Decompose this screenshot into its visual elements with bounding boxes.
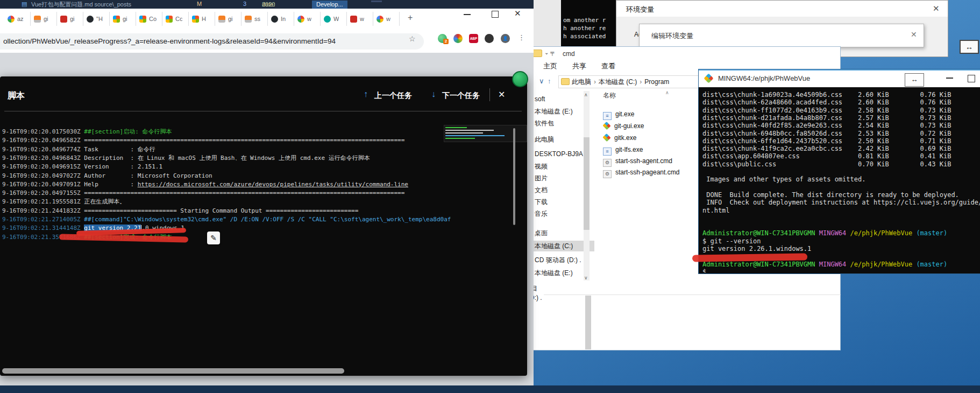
log-line: 9-16T09:02:20.0175030Z ##[section]启动: 命令… bbox=[2, 128, 172, 135]
up-arrow-icon[interactable]: ↑ bbox=[548, 77, 551, 85]
tab-favicon-icon bbox=[218, 16, 225, 23]
file-item[interactable]: ≡git.exe bbox=[603, 110, 634, 120]
minimize-button[interactable] bbox=[464, 14, 471, 15]
tab-label: w bbox=[386, 16, 390, 22]
terminal-line bbox=[702, 222, 706, 229]
tab-label: gi bbox=[44, 16, 48, 22]
browser-tab[interactable]: w bbox=[373, 12, 400, 26]
chevron-down-icon[interactable]: ∨ bbox=[539, 77, 544, 85]
menu-icon[interactable]: ⋮ bbox=[518, 33, 525, 41]
console-line: om another r bbox=[561, 16, 616, 24]
terminal-titlebar[interactable]: MINGW64:/e/phjk/PhWebVue ↔ bbox=[699, 71, 980, 87]
profile-avatar[interactable]: 👤 bbox=[501, 34, 510, 43]
scroll-down-icon[interactable]: ∨ bbox=[584, 275, 588, 280]
browser-tab[interactable]: In bbox=[268, 12, 294, 26]
browser-tab[interactable]: az bbox=[4, 12, 31, 26]
browser-tab[interactable]: H bbox=[189, 12, 215, 26]
file-name: git-gui.exe bbox=[614, 122, 644, 130]
browser-tab[interactable]: w bbox=[294, 12, 321, 26]
extension-icon[interactable] bbox=[453, 34, 463, 43]
file-item[interactable]: ⚙start-ssh-agent.cmd bbox=[603, 157, 672, 167]
file-item[interactable]: gitk.exe bbox=[603, 134, 636, 142]
terminal-output: dist\css\chunk-1a69023a.4e4509b6.css 2.6… bbox=[699, 87, 980, 272]
divider bbox=[4, 111, 522, 111]
explorer-titlebar[interactable]: ⌄ ╤ cmd bbox=[528, 47, 840, 61]
breadcrumb[interactable]: 此电脑›本地磁盘 (C:)›Program bbox=[572, 78, 669, 87]
git-icon bbox=[704, 73, 713, 83]
extension-icon[interactable] bbox=[485, 34, 494, 43]
adblock-icon[interactable]: ABP bbox=[469, 34, 478, 43]
sidebar-item[interactable]: 下载 bbox=[535, 198, 548, 207]
breadcrumb-item[interactable]: 此电脑 bbox=[572, 78, 591, 86]
sidebar-item[interactable]: CD 驱动器 (D:) . bbox=[535, 256, 581, 265]
horizontal-scrollbar[interactable] bbox=[2, 368, 344, 374]
taskbar[interactable] bbox=[0, 385, 980, 393]
maximize-button[interactable] bbox=[492, 11, 499, 18]
dialog-title: 编辑环境变量 bbox=[651, 31, 693, 41]
new-tab-button[interactable]: + bbox=[408, 13, 413, 23]
browser-tab[interactable]: Co bbox=[136, 12, 162, 26]
quick-access-toolbar[interactable]: ⌄ ╤ bbox=[544, 50, 554, 55]
scrollbar-thumb[interactable] bbox=[585, 296, 591, 349]
browser-tab[interactable]: Cc bbox=[162, 12, 189, 26]
sidebar-item[interactable]: 文档 bbox=[535, 186, 548, 195]
sidebar-item[interactable]: 视频 bbox=[535, 162, 548, 171]
tab-strip: azgigi"HgiCoCcHgissInwWww bbox=[0, 8, 534, 30]
address-bar[interactable]: ollection/PhWebVue/_releaseProgress?_a=r… bbox=[0, 33, 424, 50]
log-line: 9-16T09:02:21.1955581Z 正在生成脚本。 bbox=[2, 198, 125, 205]
sort-icon[interactable]: ∧ bbox=[665, 90, 669, 95]
terminal-line: $ git --version bbox=[702, 237, 761, 245]
sidebar-item[interactable]: 音乐 bbox=[535, 209, 548, 219]
sidebar-item[interactable]: 软件包 bbox=[535, 119, 554, 128]
sidebar-item[interactable]: 本地磁盘 (E:) bbox=[535, 269, 573, 278]
browser-tab[interactable]: gi bbox=[110, 12, 136, 26]
scroll-up-icon[interactable]: ∧ bbox=[584, 92, 588, 97]
sidebar-scrollbar-thumb[interactable] bbox=[584, 137, 590, 230]
close-icon[interactable]: ✕ bbox=[933, 4, 940, 13]
bookmark-star-icon[interactable]: ☆ bbox=[409, 34, 416, 43]
sidebar-item[interactable]: 图片 bbox=[535, 174, 548, 183]
browser-tab[interactable]: "H bbox=[83, 12, 110, 26]
extension-badge: 2 bbox=[443, 39, 449, 44]
close-icon[interactable]: ✕ bbox=[514, 9, 521, 18]
browser-tab[interactable]: w bbox=[347, 12, 373, 26]
sidebar-item[interactable]: DESKTOP-BJ9A bbox=[535, 150, 583, 158]
tab-label: w bbox=[307, 16, 311, 22]
address-box[interactable]: 此电脑›本地磁盘 (C:)›Program bbox=[558, 75, 699, 88]
file-item[interactable]: git-gui.exe bbox=[603, 122, 644, 130]
browser-tab[interactable]: gi bbox=[57, 12, 83, 26]
log-link[interactable]: https://docs.microsoft.com/azure/devops/… bbox=[138, 181, 408, 188]
close-icon[interactable]: ✕ bbox=[498, 89, 505, 100]
minimize-button[interactable] bbox=[946, 78, 953, 79]
url-text[interactable]: ollection/PhWebVue/_releaseProgress?_a=r… bbox=[3, 37, 401, 45]
resize-float-icon[interactable]: ↔ bbox=[960, 40, 979, 54]
previous-task-button[interactable]: 上一个任务 bbox=[374, 91, 412, 101]
resize-icon[interactable]: ↔ bbox=[905, 73, 924, 87]
ribbon-tab[interactable]: 共享 bbox=[572, 61, 586, 71]
next-task-button[interactable]: 下一个任务 bbox=[442, 91, 480, 101]
close-icon[interactable]: ✕ bbox=[911, 30, 917, 39]
browser-tab[interactable]: gi bbox=[31, 12, 57, 26]
maximize-button[interactable] bbox=[968, 75, 975, 82]
sidebar-item[interactable]: 本地磁盘 (C:) bbox=[535, 242, 591, 251]
breadcrumb-item[interactable]: 本地磁盘 (C:) bbox=[599, 78, 637, 86]
tab-label: gi bbox=[70, 16, 75, 22]
file-item[interactable]: ⚙start-ssh-pageant.cmd bbox=[603, 169, 679, 178]
up-arrow-icon[interactable]: ↑ bbox=[364, 89, 368, 99]
ribbon-tab[interactable]: 主页 bbox=[543, 61, 557, 71]
column-header-name[interactable]: 名称 bbox=[603, 91, 616, 100]
breadcrumb-item[interactable]: Program bbox=[644, 78, 669, 86]
browser-tab[interactable]: W bbox=[321, 12, 347, 26]
ribbon-tab[interactable]: 查看 bbox=[601, 61, 615, 71]
sidebar-item[interactable]: soft bbox=[535, 95, 545, 103]
sidebar-item[interactable]: 本地磁盘 (E:) bbox=[535, 107, 573, 116]
sidebar-item[interactable]: 桌面 bbox=[535, 229, 548, 238]
tab-favicon-icon bbox=[324, 16, 331, 23]
sidebar-item[interactable]: 此电脑 bbox=[535, 135, 554, 144]
browser-tab[interactable]: ss bbox=[242, 12, 268, 26]
browser-tab[interactable]: gi bbox=[215, 12, 242, 26]
vertical-scrollbar[interactable] bbox=[513, 128, 515, 225]
file-item[interactable]: ≡git-lfs.exe bbox=[603, 146, 643, 156]
annotation-pen-icon[interactable]: ✎ bbox=[207, 231, 220, 244]
down-arrow-icon[interactable]: ↓ bbox=[431, 89, 436, 99]
